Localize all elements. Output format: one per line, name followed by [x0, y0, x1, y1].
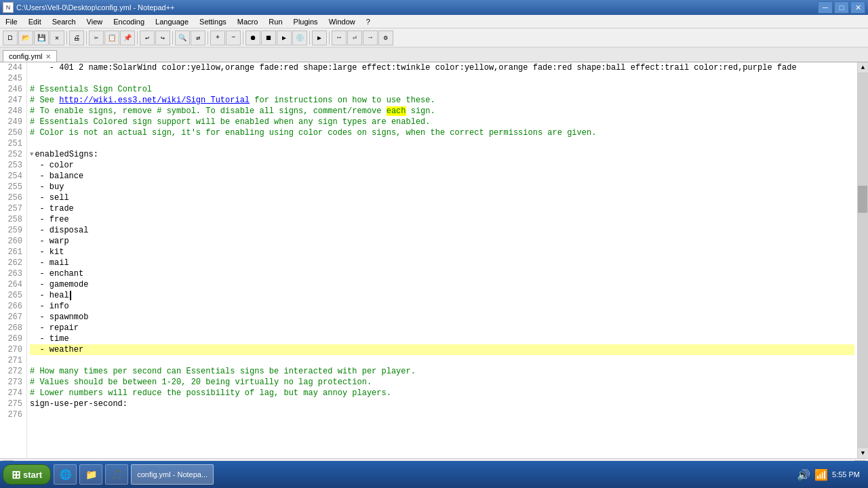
wiki-link[interactable]: http://wiki.ess3.net/wiki/Sign_Tutorial [59, 96, 250, 105]
tb-run[interactable]: ▶ [312, 30, 327, 45]
highlighted-word: each [387, 106, 406, 116]
scroll-down-button[interactable]: ▼ [858, 447, 868, 458]
tb-macro-save[interactable]: 💿 [292, 30, 307, 45]
code-text: - warp [30, 236, 69, 247]
yaml-key: enabledSigns [35, 150, 93, 159]
line-number: 252 [4, 149, 22, 160]
tb-open[interactable]: 📂 [18, 30, 33, 45]
menu-encoding[interactable]: Encoding [108, 15, 150, 28]
menu-language[interactable]: Language [150, 15, 194, 28]
tb-new[interactable]: 🗋 [3, 30, 18, 45]
tb-replace[interactable]: ⇄ [191, 30, 205, 45]
taskbar-notepad[interactable]: config.yml - Notepa... [131, 464, 214, 485]
tab-config-yml[interactable]: config.yml ✕ [3, 50, 57, 62]
title-bar-controls[interactable]: ─ □ ✕ [818, 1, 865, 14]
tb-wrap[interactable]: ⏎ [347, 30, 362, 45]
tb-zoom-in[interactable]: + [210, 30, 225, 45]
menu-view[interactable]: View [81, 15, 108, 28]
line-number: 276 [4, 409, 22, 420]
code-line: - weather [30, 344, 854, 355]
close-button[interactable]: ✕ [850, 1, 865, 14]
code-line: # How many times per second can Essentia… [30, 366, 854, 377]
tb-paste[interactable]: 📌 [120, 30, 135, 45]
code-line: - info [30, 301, 854, 312]
menu-window[interactable]: Window [323, 15, 361, 28]
line-number: 261 [4, 247, 22, 258]
tb-find[interactable]: 🔍 [175, 30, 190, 45]
tb-sync[interactable]: ↔ [332, 30, 347, 45]
start-button[interactable]: ⊞ start [3, 464, 51, 485]
scroll-track[interactable] [858, 73, 868, 447]
line-number: 270 [4, 344, 22, 355]
menu-help[interactable]: ? [361, 15, 376, 28]
toolbar: 🗋 📂 💾 ✕ 🖨 ✂ 📋 📌 ↩ ↪ 🔍 ⇄ + − ⏺ ⏹ ▶ 💿 ▶ ↔ … [0, 28, 868, 47]
fold-icon[interactable]: ▼ [30, 149, 33, 160]
code-line: - trade [30, 203, 854, 214]
tb-macro-rec[interactable]: ⏺ [245, 30, 260, 45]
line-number: 275 [4, 399, 22, 409]
scroll-thumb[interactable] [858, 186, 867, 213]
maximize-button[interactable]: □ [834, 1, 849, 14]
start-label: start [23, 470, 42, 480]
code-line: - kit [30, 247, 854, 258]
code-line: # Essentials Sign Control [30, 84, 854, 95]
menu-settings[interactable]: Settings [194, 15, 232, 28]
tb-save[interactable]: 💾 [34, 30, 49, 45]
taskbar-window-label: config.yml - Notepa... [137, 470, 208, 479]
line-number: 262 [4, 258, 22, 268]
text-cursor [70, 291, 71, 300]
tb-close-all[interactable]: ✕ [50, 30, 64, 45]
comment-rest: sign. [406, 106, 435, 116]
tb-cut[interactable]: ✂ [89, 30, 104, 45]
tab-close-button[interactable]: ✕ [45, 53, 51, 60]
editor-container: 2442452462472482492502512522532542552562… [0, 62, 868, 458]
yaml-value: : [94, 150, 98, 159]
tb-undo[interactable]: ↩ [140, 30, 155, 45]
code-text: - time [30, 333, 69, 344]
code-line: - warp [30, 236, 854, 247]
scroll-up-button[interactable]: ▲ [858, 62, 868, 73]
menu-search[interactable]: Search [47, 15, 81, 28]
taskbar-ie[interactable]: 🌐 [54, 464, 77, 485]
tb-redo[interactable]: ↪ [155, 30, 170, 45]
code-text: - info [30, 301, 69, 312]
tb-settings2[interactable]: ⚙ [378, 30, 393, 45]
code-text: # Essentials Sign Control [30, 84, 152, 95]
menu-file[interactable]: File [0, 15, 23, 28]
taskbar-media[interactable]: 🎵 [105, 464, 128, 485]
menu-bar: File Edit Search View Encoding Language … [0, 15, 868, 28]
tb-print[interactable]: 🖨 [69, 30, 84, 45]
code-line: - free [30, 214, 854, 225]
tb-zoom-out[interactable]: − [226, 30, 241, 45]
taskbar-folder[interactable]: 📁 [79, 464, 102, 485]
tb-macro-play[interactable]: ▶ [277, 30, 292, 45]
tb-sep5 [208, 31, 208, 45]
code-line: # Essentials Colored sign support will b… [30, 117, 854, 127]
code-text: - trade [30, 203, 74, 214]
menu-plugins[interactable]: Plugins [288, 15, 323, 28]
line-number: 247 [4, 95, 22, 106]
code-line: # Lower numbers will reduce the possibil… [30, 388, 854, 399]
code-text: - weather [30, 344, 83, 355]
code-text: # How many times per second can Essentia… [30, 366, 416, 377]
tb-sep2 [86, 31, 87, 45]
tb-macro-stop[interactable]: ⏹ [261, 30, 276, 45]
tb-copy[interactable]: 📋 [104, 30, 119, 45]
line-number: 263 [4, 268, 22, 279]
menu-edit[interactable]: Edit [23, 15, 47, 28]
vertical-scrollbar[interactable]: ▲ ▼ [857, 62, 868, 458]
line-number: 256 [4, 192, 22, 203]
tb-indent[interactable]: → [363, 30, 378, 45]
minimize-button[interactable]: ─ [818, 1, 833, 14]
line-number: 254 [4, 171, 22, 182]
line-number: 264 [4, 279, 22, 290]
code-line [30, 409, 854, 420]
menu-run[interactable]: Run [263, 15, 288, 28]
editor-content[interactable]: - 401 2 name:SolarWind color:yellow,oran… [27, 62, 857, 458]
window-title: C:\Users\Vell-0\Desktop\config.yml - Not… [16, 3, 175, 12]
menu-macro[interactable]: Macro [232, 15, 264, 28]
line-number: 271 [4, 355, 22, 366]
line-numbers: 2442452462472482492502512522532542552562… [0, 62, 27, 458]
taskbar-network-icon: 🔊 [797, 468, 810, 481]
tb-sep7 [309, 31, 310, 45]
